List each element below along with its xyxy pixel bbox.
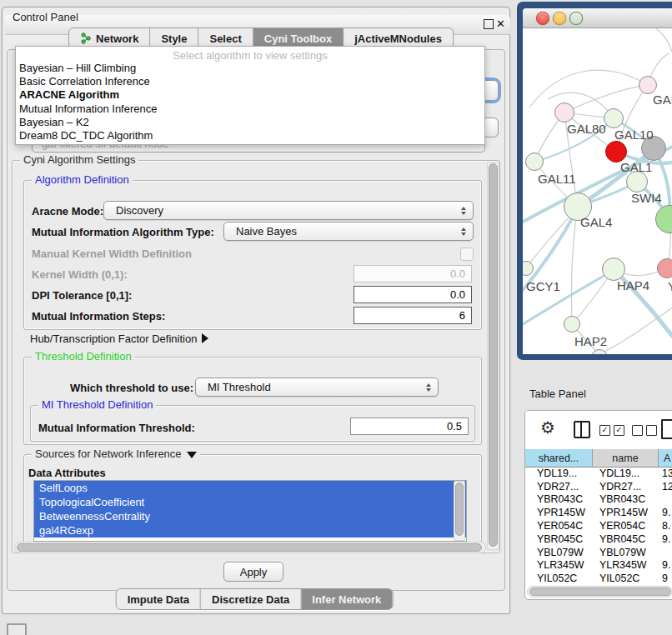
apply-button[interactable]: Apply [223,562,283,582]
mac-close-button[interactable] [536,12,549,25]
dropdown-item-basic-correlation[interactable]: Basic Correlation Inference [16,75,484,88]
node-hap2[interactable] [564,316,580,332]
gear-icon[interactable]: ⚙ [540,418,555,438]
network-canvas[interactable]: GAL GAL80 GAL10 GAL1 GAL11 SWI4 GAL4 GCY… [523,28,672,354]
table-row[interactable]: YPR145WYPR145W9. [525,506,672,519]
tab-style-label: Style [161,32,187,45]
manual-kernel-label: Manual Kernel Width Definition [32,248,192,260]
close-icon[interactable]: ✕ [496,17,505,32]
cell-shared: YDL19... [525,468,593,479]
attr-item-topologicalcoefficient[interactable]: TopologicalCoefficient [34,495,466,509]
tab-discretize-data-label: Discretize Data [212,593,289,606]
settings-hscrollbar-track[interactable] [14,542,486,553]
table-row[interactable]: YLR345WYLR345W9. [525,559,672,572]
node-label: HAP2 [574,334,607,348]
node-gal11[interactable] [525,152,544,171]
screen: Control Panel ✕ Network Style Select Cyn… [0,0,672,635]
node-gal80[interactable] [554,102,574,122]
aracne-mode-combobox[interactable]: Discovery [103,201,474,220]
attr-item-gal4rgexp[interactable]: gal4RGexp [34,523,466,538]
hub-definition-toggle[interactable]: Hub/Transcription Factor Definition [30,332,208,345]
table-panel-title: Table Panel [529,388,586,400]
table-body: YDL19...YDL19...13 YDR27...YDR27...12 YB… [525,467,672,585]
mi-threshold-label: Mutual Information Threshold: [38,422,195,434]
collapse-down-icon [187,452,197,458]
which-threshold-value: MI Threshold [208,381,271,393]
float-window-icon[interactable] [484,19,494,29]
cell-name: YBR043C [593,493,659,505]
node-label: GAL80 [567,122,606,136]
cell-name: YPR145W [593,507,659,518]
select-all-columns-icon[interactable]: ✓ ✓ [599,425,624,436]
tab-discretize-data[interactable]: Discretize Data [201,589,301,609]
column-header-name[interactable]: name [593,449,659,467]
tab-infer-network[interactable]: Infer Network [301,589,392,609]
docked-window-icon[interactable] [7,623,27,635]
which-threshold-combobox[interactable]: MI Threshold [195,378,439,397]
mi-threshold-group-title: MI Threshold Definition [38,398,156,411]
cell-name: YBR045C [593,533,659,545]
node-hap4[interactable] [602,258,625,281]
mi-threshold-field[interactable]: 0.5 [350,418,469,435]
table-hscrollbar-thumb[interactable] [529,588,671,596]
cell-name: YLR345W [593,559,659,571]
table-row[interactable]: YBL079WYBL079W [525,546,672,559]
algorithm-dropdown-prompt: Select algorithm to view settings [16,47,484,62]
unchecked-box-icon [646,425,657,436]
mi-type-value: Naive Bayes [236,225,297,238]
dpi-tolerance-field[interactable]: 0.0 [354,286,472,303]
tab-impute-data[interactable]: Impute Data [117,589,201,609]
table-row[interactable]: YBR043CYBR043C [525,493,672,507]
attributes-scrollbar-thumb[interactable] [455,482,464,536]
table-row[interactable]: YIL052CYIL052C9 [525,572,672,585]
columns-icon[interactable] [574,421,590,438]
tab-infer-network-label: Infer Network [312,593,381,606]
node-gal-partial[interactable] [639,76,657,94]
cell-shared: YBR043C [525,493,593,505]
mi-steps-field[interactable]: 6 [354,307,472,324]
manual-kernel-checkbox[interactable] [460,248,474,261]
document-icon[interactable] [661,419,672,439]
column-header-shared[interactable]: shared... [525,449,593,467]
settings-scrollbar-thumb[interactable] [489,163,498,547]
cell-name: YDL19... [593,468,659,479]
settings-scrollbar-track[interactable] [487,162,499,550]
cell-partial: 9. [659,507,672,518]
attributes-scrollbar-track[interactable] [454,481,465,541]
combo-stepper-icon [426,383,431,392]
combo-stepper-icon [461,207,466,215]
mac-minimize-button[interactable] [553,12,566,25]
network-window-titlebar[interactable] [523,8,672,28]
dropdown-item-bayesian-k2[interactable]: Bayesian – K2 [16,116,484,129]
deselect-all-columns-icon[interactable] [632,425,657,436]
settings-hscrollbar-thumb[interactable] [17,543,482,552]
node-label: Y [668,279,672,293]
node-y-partial[interactable] [657,258,672,278]
attr-item-betweennesscentrality[interactable]: BetweennessCentrality [34,509,466,523]
dropdown-item-mutual-information[interactable]: Mutual Information Inference [16,102,484,116]
dropdown-item-aracne[interactable]: ARACNE Algorithm [16,88,484,102]
table-hscrollbar-track[interactable] [527,586,672,598]
table-row[interactable]: YDR27...YDR27...12 [525,480,672,493]
dropdown-item-dream8[interactable]: Dream8 DC_TDC Algorithm [16,129,484,142]
bottom-tabbar: Impute Data Discretize Data Infer Networ… [116,588,394,610]
node-label: GCY1 [526,279,560,293]
dropdown-item-bayesian-hill-climbing[interactable]: Bayesian – Hill Climbing [16,62,484,75]
dpi-tolerance-label: DPI Tolerance [0,1]: [32,289,132,302]
sources-group-title[interactable]: Sources for Network Inference [32,448,200,460]
tab-impute-data-label: Impute Data [128,593,189,606]
attr-item-selfloops[interactable]: SelfLoops [34,481,466,495]
mi-type-combobox[interactable]: Naive Bayes [223,222,474,241]
node-gal10[interactable] [604,108,624,128]
kernel-width-field[interactable]: 0.0 [354,265,472,282]
expand-right-icon [202,333,208,343]
table-row[interactable]: YBR045CYBR045C9. [525,532,672,546]
mac-zoom-button[interactable] [569,12,583,25]
table-toolbar: ⚙ ✓ ✓ [525,411,672,449]
table-row[interactable]: YER054CYER054C8. [525,519,672,532]
cell-shared: YIL052C [525,572,593,584]
cell-shared: YLR345W [525,559,593,571]
tab-network-label: Network [96,32,138,45]
table-row[interactable]: YDL19...YDL19...13 [525,467,672,480]
column-header-partial[interactable]: A [659,449,672,467]
